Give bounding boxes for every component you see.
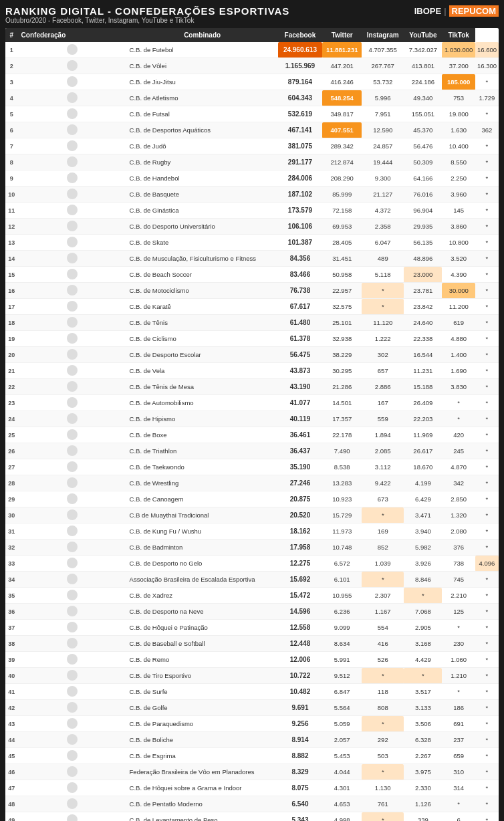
cell-facebook: 11.881.231 [322, 42, 362, 58]
cell-combined: 17.958 [278, 540, 322, 556]
cell-youtube: 19.800 [442, 106, 475, 122]
table-row: 21C.B. de Vela43.87330.29565711.2311.690… [5, 363, 499, 379]
cell-combined: 20.875 [278, 491, 322, 507]
cell-youtube: 1.210 [442, 668, 475, 684]
cell-logo [18, 42, 127, 58]
cell-tiktok: * [475, 427, 499, 443]
cell-facebook: 85.999 [322, 187, 362, 203]
header-left: RANKING DIGITAL - CONFEDERAÇÕES ESPORTIV… [5, 5, 289, 24]
cell-logo [18, 588, 127, 604]
cell-facebook: 22.178 [322, 427, 362, 443]
cell-facebook: 14.501 [322, 395, 362, 411]
cell-facebook: 32.575 [322, 299, 362, 315]
cell-tiktok: * [475, 411, 499, 427]
table-row: 19C.B. de Ciclismo61.37832.9381.22222.33… [5, 331, 499, 347]
cell-facebook: 6.236 [322, 604, 362, 620]
cell-combined: 101.387 [278, 235, 322, 251]
cell-combined: 36.437 [278, 443, 322, 459]
table-row: 30C.B de Muaythai Tradicional20.52015.72… [5, 507, 499, 523]
cell-rank: 13 [5, 235, 18, 251]
cell-conf-name: C.B. de Futebol [127, 42, 278, 58]
cell-conf-name: C.B. de Vela [127, 363, 278, 379]
cell-combined: 8.914 [278, 732, 322, 748]
cell-conf-name: C.B. de Handebol [127, 170, 278, 187]
cell-instagram: 5.982 [404, 540, 442, 556]
cell-instagram: 3.133 [404, 700, 442, 716]
cell-instagram: 49.340 [404, 90, 442, 106]
table-row: 45C.B. de Esgrima8.8825.4535032.267659* [5, 748, 499, 764]
cell-twitter: 5.996 [362, 90, 404, 106]
cell-logo [18, 427, 127, 443]
cell-tiktok: * [475, 523, 499, 540]
cell-rank: 46 [5, 764, 18, 780]
cell-rank: 22 [5, 379, 18, 395]
cell-conf-name: C.B. de Skate [127, 235, 278, 251]
cell-youtube: 310 [442, 764, 475, 780]
cell-youtube: 10.800 [442, 235, 475, 251]
cell-youtube: 420 [442, 427, 475, 443]
cell-facebook: 5.991 [322, 652, 362, 668]
cell-tiktok: * [475, 106, 499, 122]
cell-twitter: 489 [362, 251, 404, 267]
cell-twitter: 292 [362, 732, 404, 748]
cell-logo [18, 138, 127, 154]
cell-rank: 7 [5, 138, 18, 154]
col-conf: Confederação [18, 28, 127, 42]
cell-combined: 24.960.613 [278, 42, 322, 58]
cell-instagram: 26.409 [404, 395, 442, 411]
cell-conf-name: C.B. de Karatê [127, 299, 278, 315]
cell-combined: 1.165.969 [278, 58, 322, 74]
cell-logo [18, 170, 127, 187]
cell-youtube: * [442, 684, 475, 700]
cell-twitter: 9.422 [362, 475, 404, 491]
cell-twitter: 526 [362, 652, 404, 668]
cell-logo [18, 443, 127, 459]
cell-facebook: 548.254 [322, 90, 362, 106]
brand-repu: REPUCOM [449, 5, 499, 17]
table-body: 1C.B. de Futebol24.960.61311.881.2314.70… [5, 42, 499, 821]
cell-youtube: 745 [442, 572, 475, 588]
cell-facebook: 15.729 [322, 507, 362, 523]
cell-logo [18, 716, 127, 732]
table-row: 26C.B. de Triathlon36.4377.4902.08526.61… [5, 443, 499, 459]
cell-rank: 30 [5, 507, 18, 523]
cell-logo [18, 395, 127, 411]
cell-rank: 12 [5, 219, 18, 235]
cell-youtube: 1.630 [442, 122, 475, 138]
cell-instagram: 2.905 [404, 620, 442, 636]
cell-rank: 20 [5, 347, 18, 363]
cell-twitter: 808 [362, 700, 404, 716]
table-row: 49C.B. de Levantamento de Peso5.3434.998… [5, 812, 499, 822]
cell-twitter: * [362, 283, 404, 299]
cell-rank: 27 [5, 459, 18, 475]
cell-facebook: 7.490 [322, 443, 362, 459]
cell-instagram: 339 [404, 812, 442, 822]
cell-combined: 467.141 [278, 122, 322, 138]
cell-logo [18, 780, 127, 796]
cell-logo [18, 363, 127, 379]
cell-conf-name: C.B. de Taekwondo [127, 459, 278, 475]
cell-logo [18, 379, 127, 395]
cell-combined: 879.164 [278, 74, 322, 90]
cell-conf-name: C.B. de Tênis [127, 315, 278, 331]
cell-combined: 41.077 [278, 395, 322, 411]
brand-sep: | [444, 6, 446, 16]
cell-combined: 9.691 [278, 700, 322, 716]
cell-youtube: 30.000 [442, 283, 475, 299]
cell-logo [18, 122, 127, 138]
cell-tiktok: * [475, 187, 499, 203]
cell-facebook: 212.874 [322, 154, 362, 170]
cell-facebook: 407.551 [322, 122, 362, 138]
table-row: 47C.B. de Hôquei sobre a Grama e Indoor8… [5, 780, 499, 796]
cell-conf-name: C.B. de Surfe [127, 684, 278, 700]
cell-conf-name: Associação Brasileira de Escalada Esport… [127, 572, 278, 588]
cell-twitter: 673 [362, 491, 404, 507]
main-table-wrap: # Confederação Combinado Facebook Twitte… [5, 28, 499, 821]
table-row: 46Federação Brasileira de Vôo em Planado… [5, 764, 499, 780]
table-row: 17C.B. de Karatê67.61732.575*23.84211.20… [5, 299, 499, 315]
cell-conf-name: C.B. de Golfe [127, 700, 278, 716]
cell-twitter: 1.222 [362, 331, 404, 347]
cell-twitter: 4.372 [362, 203, 404, 219]
cell-youtube: 1.690 [442, 363, 475, 379]
cell-instagram: 15.188 [404, 379, 442, 395]
